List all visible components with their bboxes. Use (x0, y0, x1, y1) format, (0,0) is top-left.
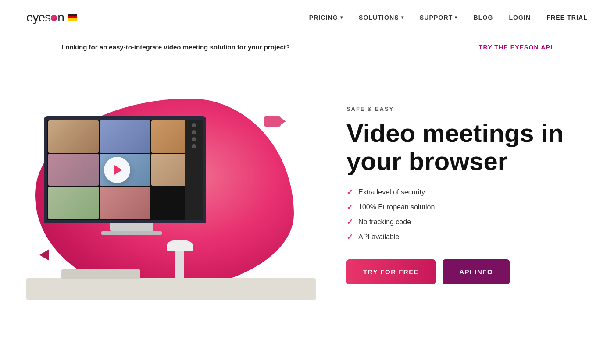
sidebar-dot (192, 130, 196, 134)
logo-dot (51, 15, 57, 21)
main-nav: eyesn PRICING ▾ SOLUTIONS ▾ SUPPORT ▾ BL… (0, 0, 614, 35)
cta-buttons: TRY FOR FREE API INFO (346, 259, 579, 284)
monitor-base (110, 223, 154, 231)
feature-item: ✓ Extra level of security (346, 187, 579, 197)
play-button[interactable] (104, 157, 130, 183)
support-caret-icon: ▾ (455, 15, 457, 20)
nav-links: PRICING ▾ SOLUTIONS ▾ SUPPORT ▾ BLOG LOG… (309, 14, 588, 21)
video-cell (48, 120, 99, 153)
monitor (44, 116, 219, 247)
check-icon: ✓ (346, 217, 353, 227)
monitor-foot (101, 231, 162, 235)
feature-item: ✓ 100% European solution (346, 202, 579, 212)
deco-camera-icon (264, 116, 281, 127)
nav-free-trial[interactable]: FREE TRIAL (546, 14, 588, 21)
desk-lamp (175, 244, 184, 279)
nav-login[interactable]: LOGIN (509, 14, 531, 21)
feature-item: ✓ API available (346, 232, 579, 242)
try-for-free-button[interactable]: TRY FOR FREE (346, 259, 436, 284)
nav-pricing[interactable]: PRICING ▾ (309, 14, 343, 21)
check-icon: ✓ (346, 202, 353, 212)
pricing-caret-icon: ▾ (340, 15, 343, 20)
hero-image (35, 90, 307, 300)
hero-section: SAFE & EASY Video meetings in your brows… (0, 59, 614, 331)
api-banner: Looking for an easy-to-integrate video m… (26, 35, 588, 59)
solutions-caret-icon: ▾ (401, 15, 404, 20)
logo-text: eyesn (26, 11, 64, 25)
sidebar-dot (192, 144, 196, 148)
logo[interactable]: eyesn (26, 11, 77, 25)
check-icon: ✓ (346, 187, 353, 197)
safe-easy-label: SAFE & EASY (346, 106, 579, 112)
flag-icon (68, 14, 77, 21)
video-cell (100, 187, 150, 219)
sidebar-dot (192, 123, 196, 127)
monitor-sidebar (185, 120, 203, 220)
sidebar-dot (192, 137, 196, 141)
hero-headline: Video meetings in your browser (346, 119, 579, 175)
try-api-link[interactable]: TRY THE EYESON API (479, 44, 553, 51)
nav-blog[interactable]: BLOG (473, 14, 493, 21)
desk (26, 278, 316, 300)
deco-triangle-icon (39, 249, 49, 261)
nav-solutions[interactable]: SOLUTIONS ▾ (359, 14, 404, 21)
keyboard (61, 269, 140, 279)
feature-list: ✓ Extra level of security ✓ 100% Europea… (346, 187, 579, 242)
video-cell (100, 120, 150, 153)
nav-support[interactable]: SUPPORT ▾ (420, 14, 458, 21)
feature-item: ✓ No tracking code (346, 217, 579, 227)
play-icon (114, 165, 122, 175)
api-info-button[interactable]: API INFO (443, 259, 510, 284)
monitor-screen (44, 116, 206, 223)
video-cell (48, 154, 99, 186)
hero-content: SAFE & EASY Video meetings in your brows… (333, 106, 579, 284)
video-cell (48, 187, 99, 219)
check-icon: ✓ (346, 232, 353, 242)
banner-text: Looking for an easy-to-integrate video m… (61, 43, 290, 51)
